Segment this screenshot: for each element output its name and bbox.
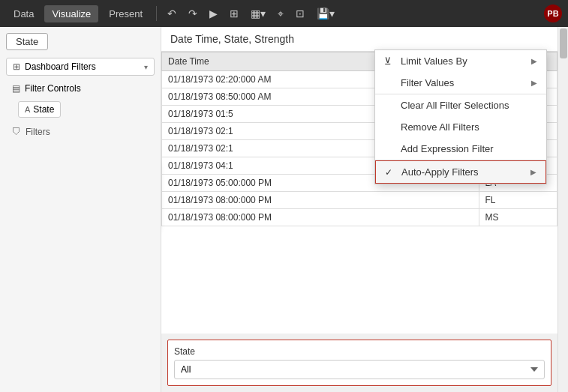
cell-state: FL (479, 192, 557, 209)
filter-controls-label: Filter Controls (25, 83, 81, 94)
cell-datetime: 01/18/1973 08:00:000 PM (162, 192, 479, 209)
user-avatar[interactable]: PB (544, 4, 562, 22)
state-badge[interactable]: State (6, 33, 48, 50)
redo-btn[interactable]: ↷ (184, 4, 202, 22)
undo-btn[interactable]: ↶ (163, 4, 181, 22)
dropdown-clear-filter[interactable]: Clear All Filter Selections (375, 94, 546, 116)
filter-box: State All (167, 340, 551, 386)
add-expression-icon (384, 143, 396, 154)
data-tab-btn[interactable]: Data (6, 5, 41, 22)
image-btn[interactable]: ⊡ (291, 4, 309, 22)
filter-box-title: State (174, 346, 545, 357)
filter-controls-icon: ▤ (12, 83, 20, 94)
visualize-tab-btn[interactable]: Visualize (44, 5, 98, 22)
toolbar: Data Visualize Present ↶ ↷ ▶ ⊞ ▦▾ ⌖ ⊡ 💾▾… (0, 0, 568, 27)
dropdown-add-expression[interactable]: Add Expression Filter (375, 138, 546, 160)
arrow-right-icon-2: ▶ (531, 79, 537, 87)
dashboard-filters-label: Dashboard Filters (25, 61, 144, 72)
scrollbar-thumb[interactable] (560, 28, 567, 58)
dropdown-filter-values[interactable]: Filter Values ▶ (375, 72, 546, 94)
sidebar: State ⊞ Dashboard Filters ▾ ▤ Filter Con… (0, 27, 161, 392)
dropdown-limit-values-label: Limit Values By (401, 55, 467, 67)
toolbar-divider-1 (156, 6, 157, 21)
dropdown-auto-apply-label: Auto-Apply Filters (401, 166, 479, 178)
dropdown-auto-apply[interactable]: ✓ Auto-Apply Filters ▶ (375, 160, 546, 184)
cell-datetime: 01/18/1973 08:00:000 PM (162, 209, 479, 226)
arrow-right-icon-3: ▶ (530, 168, 536, 176)
chat-btn[interactable]: ▦▾ (246, 4, 270, 22)
filter-values-icon (384, 77, 396, 88)
dashboard-filters-row[interactable]: ⊞ Dashboard Filters ▾ (6, 58, 155, 76)
dropdown-remove-filters-label: Remove All Filters (401, 121, 479, 133)
remove-icon (384, 121, 396, 133)
share-btn[interactable]: ⊞ (225, 4, 243, 22)
filters-label: Filters (26, 127, 50, 137)
content-title: Date Time, State, Strength (161, 27, 557, 52)
save-btn[interactable]: 💾▾ (312, 4, 339, 22)
play-btn[interactable]: ▶ (205, 4, 222, 22)
chevron-down-icon: ▾ (144, 63, 148, 71)
dropdown-clear-filter-label: Clear All Filter Selections (401, 100, 509, 111)
table-row: 01/18/1973 08:00:000 PM FL (162, 192, 557, 209)
content-area: Date Time, State, Strength Date Time Sta… (161, 27, 557, 392)
cell-state: MS (479, 209, 557, 226)
table-row: 01/18/1973 08:00:000 PM MS (162, 209, 557, 226)
funnel-icon: ⛉ (12, 127, 21, 137)
filter-controls-row: ▤ Filter Controls (6, 80, 155, 97)
present-tab-btn[interactable]: Present (101, 5, 150, 22)
state-filter-select[interactable]: All (174, 360, 545, 379)
dropdown-remove-filters[interactable]: Remove All Filters (375, 116, 546, 138)
filters-row: ⛉ Filters (6, 124, 155, 140)
main-dropdown-menu: ⊻ Limit Values By ▶ Filter Values ▶ Clea… (374, 49, 547, 184)
dashboard-icon: ⊞ (13, 61, 20, 72)
state-filter-label: State (33, 104, 54, 115)
main-layout: State ⊞ Dashboard Filters ▾ ▤ Filter Con… (0, 27, 568, 392)
limit-values-icon: ⊻ (384, 55, 396, 67)
state-filter-tag[interactable]: A State (18, 101, 61, 118)
check-icon: ✓ (385, 167, 397, 178)
clear-icon (384, 100, 396, 111)
dropdown-limit-values[interactable]: ⊻ Limit Values By ▶ (375, 50, 546, 72)
dropdown-add-expression-label: Add Expression Filter (401, 143, 494, 154)
arrow-right-icon: ▶ (531, 57, 537, 65)
scrollbar-track[interactable] (557, 27, 568, 392)
text-icon: A (25, 105, 30, 114)
dropdown-filter-values-label: Filter Values (401, 77, 454, 88)
location-btn[interactable]: ⌖ (273, 4, 288, 23)
